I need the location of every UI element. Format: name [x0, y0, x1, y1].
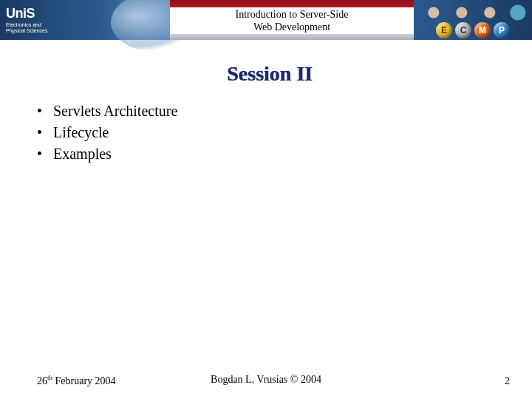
- course-title: Introduction to Server-Side Web Developm…: [236, 7, 349, 34]
- slide-footer: 26th February 2004 Bogdan L. Vrusias © 2…: [0, 374, 532, 387]
- institution-logo: UniS Electronics and Physical Sciences: [0, 6, 47, 33]
- logo-subtitle-2: Physical Sciences: [6, 28, 47, 34]
- banner-left: UniS Electronics and Physical Sciences: [0, 0, 170, 40]
- badge-m: M: [474, 22, 491, 38]
- list-item: Examples: [37, 143, 502, 165]
- footer-page-number: 2: [505, 375, 510, 387]
- slide-body: Session II Servlets Architecture Lifecyc…: [0, 40, 532, 165]
- footer-author: Bogdan L. Vrusias © 2004: [211, 374, 321, 386]
- list-item: Servlets Architecture: [37, 100, 502, 122]
- bullet-list: Servlets Architecture Lifecycle Examples: [37, 100, 502, 165]
- header-banner: UniS Electronics and Physical Sciences I…: [0, 0, 532, 40]
- badge-row: E C M P: [436, 22, 510, 40]
- date-day: 26: [37, 375, 47, 386]
- course-title-line1: Introduction to Server-Side: [236, 9, 349, 20]
- badge-e: E: [436, 22, 452, 38]
- badge-p: P: [494, 22, 510, 38]
- banner-decoration: [417, 1, 529, 24]
- slide-heading: Session II: [37, 62, 502, 86]
- course-title-line2: Web Development: [253, 21, 330, 33]
- logo-subtitle-1: Electronics and: [6, 22, 47, 28]
- banner-right: E C M P: [414, 0, 532, 40]
- list-item: Lifecycle: [37, 122, 502, 143]
- logo-text: UniS: [6, 6, 47, 21]
- banner-center: Introduction to Server-Side Web Developm…: [170, 0, 414, 40]
- date-rest: February 2004: [52, 375, 116, 386]
- footer-date: 26th February 2004: [37, 374, 116, 387]
- date-ordinal: th: [47, 374, 52, 381]
- badge-c: C: [455, 22, 471, 38]
